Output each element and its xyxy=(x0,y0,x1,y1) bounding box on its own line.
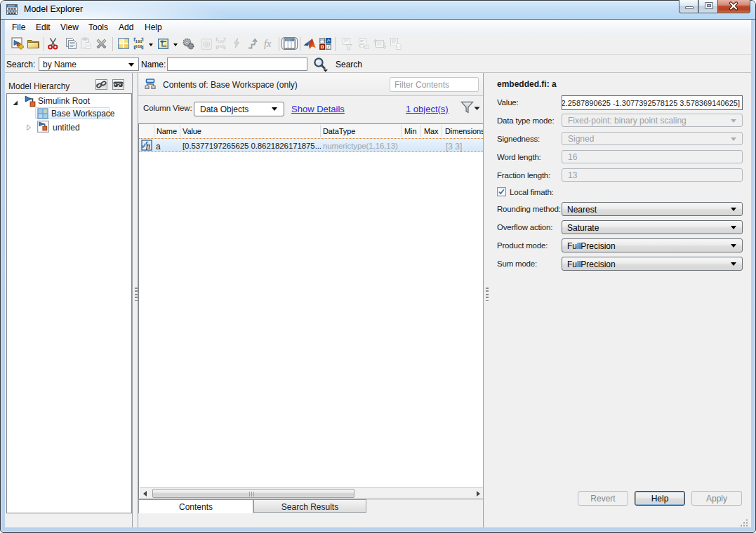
svg-text:010: 010 xyxy=(218,44,225,49)
svg-text:010: 010 xyxy=(135,44,143,49)
svg-text:fi: fi xyxy=(146,143,150,150)
svg-text:fx: fx xyxy=(264,38,272,49)
